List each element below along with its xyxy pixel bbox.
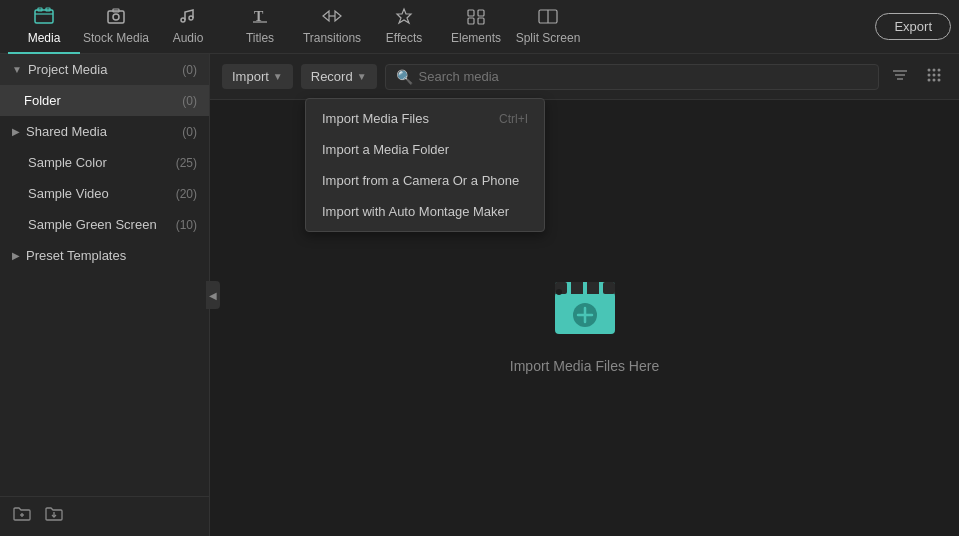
- sidebar-bottom-bar: [0, 496, 209, 536]
- content-area: Import ▼ Record ▼ 🔍: [210, 54, 959, 536]
- svg-rect-12: [468, 10, 474, 16]
- new-folder-icon[interactable]: [12, 505, 32, 528]
- nav-label-audio: Audio: [173, 31, 204, 45]
- svg-point-28: [933, 73, 936, 76]
- svg-point-8: [189, 16, 193, 20]
- svg-point-27: [928, 73, 931, 76]
- svg-rect-0: [35, 10, 53, 23]
- sidebar-item-folder[interactable]: Folder (0): [0, 85, 209, 116]
- import-media-folder-label: Import a Media Folder: [322, 142, 449, 157]
- elements-icon: [465, 7, 487, 28]
- nav-label-titles: Titles: [246, 31, 274, 45]
- expand-arrow-preset-templates: ▶: [12, 250, 20, 261]
- svg-point-7: [181, 18, 185, 22]
- sidebar-item-project-media[interactable]: ▼ Project Media (0): [0, 54, 209, 85]
- empty-content-label: Import Media Files Here: [510, 358, 659, 374]
- sidebar-count-sample-green-screen: (10): [176, 218, 197, 232]
- svg-point-5: [113, 14, 119, 20]
- nav-label-media: Media: [28, 31, 61, 45]
- main-area: ▼ Project Media (0) Folder (0) ▶ Shared …: [0, 54, 959, 536]
- svg-rect-14: [468, 18, 474, 24]
- sidebar-item-sample-video[interactable]: Sample Video (20): [0, 178, 209, 209]
- import-media-files-shortcut: Ctrl+I: [499, 112, 528, 126]
- svg-rect-41: [603, 282, 615, 294]
- svg-point-25: [933, 68, 936, 71]
- titles-icon: T: [250, 7, 270, 28]
- export-button[interactable]: Export: [875, 13, 951, 40]
- sidebar-label-preset-templates: Preset Templates: [26, 248, 126, 263]
- stock-media-icon: [106, 7, 126, 28]
- nav-item-stock-media[interactable]: Stock Media: [80, 0, 152, 54]
- record-label: Record: [311, 69, 353, 84]
- sidebar-label-shared-media: Shared Media: [26, 124, 107, 139]
- svg-point-30: [928, 78, 931, 81]
- svg-rect-40: [587, 282, 599, 294]
- search-icon: 🔍: [396, 69, 413, 85]
- effects-icon: [393, 7, 415, 28]
- svg-point-24: [928, 68, 931, 71]
- import-label: Import: [232, 69, 269, 84]
- dropdown-import-media-files[interactable]: Import Media Files Ctrl+I: [306, 103, 544, 134]
- svg-rect-39: [571, 282, 583, 294]
- clapperboard-icon: [545, 262, 625, 342]
- svg-point-31: [933, 78, 936, 81]
- sidebar-item-sample-green-screen[interactable]: Sample Green Screen (10): [0, 209, 209, 240]
- sidebar: ▼ Project Media (0) Folder (0) ▶ Shared …: [0, 54, 210, 536]
- search-box[interactable]: 🔍: [385, 64, 879, 90]
- sidebar-count-folder: (0): [182, 94, 197, 108]
- transitions-icon: [321, 7, 343, 28]
- sidebar-label-sample-green-screen: Sample Green Screen: [28, 217, 157, 232]
- import-auto-montage-label: Import with Auto Montage Maker: [322, 204, 509, 219]
- sidebar-label-folder: Folder: [24, 93, 61, 108]
- filter-button[interactable]: [887, 62, 913, 92]
- nav-label-stock-media: Stock Media: [83, 31, 149, 45]
- sidebar-label-sample-video: Sample Video: [28, 186, 109, 201]
- import-camera-phone-label: Import from a Camera Or a Phone: [322, 173, 519, 188]
- sidebar-count-sample-color: (25): [176, 156, 197, 170]
- nav-item-titles[interactable]: T Titles: [224, 0, 296, 54]
- svg-point-32: [938, 78, 941, 81]
- sidebar-item-shared-media[interactable]: ▶ Shared Media (0): [0, 116, 209, 147]
- svg-point-42: [556, 289, 562, 295]
- nav-label-split-screen: Split Screen: [516, 31, 581, 45]
- split-screen-icon: [537, 7, 559, 28]
- nav-item-media[interactable]: Media: [8, 0, 80, 54]
- expand-arrow-project-media: ▼: [12, 64, 22, 75]
- nav-item-effects[interactable]: Effects: [368, 0, 440, 54]
- search-input[interactable]: [419, 69, 868, 84]
- media-icon: [34, 7, 54, 28]
- record-button[interactable]: Record ▼: [301, 64, 377, 89]
- svg-rect-15: [478, 18, 484, 24]
- dropdown-import-media-folder[interactable]: Import a Media Folder: [306, 134, 544, 165]
- svg-rect-13: [478, 10, 484, 16]
- sidebar-label-project-media: Project Media: [28, 62, 107, 77]
- svg-point-26: [938, 68, 941, 71]
- svg-rect-4: [108, 11, 124, 23]
- toolbar: Import ▼ Record ▼ 🔍: [210, 54, 959, 100]
- sidebar-item-sample-color[interactable]: Sample Color (25): [0, 147, 209, 178]
- dropdown-import-auto-montage[interactable]: Import with Auto Montage Maker: [306, 196, 544, 227]
- nav-item-transitions[interactable]: Transitions: [296, 0, 368, 54]
- nav-item-elements[interactable]: Elements: [440, 0, 512, 54]
- sidebar-count-project-media: (0): [182, 63, 197, 77]
- import-dropdown-menu: Import Media Files Ctrl+I Import a Media…: [305, 98, 545, 232]
- import-caret-icon: ▼: [273, 71, 283, 82]
- top-nav: Media Stock Media Audio T T: [0, 0, 959, 54]
- grid-view-button[interactable]: [921, 62, 947, 92]
- record-caret-icon: ▼: [357, 71, 367, 82]
- audio-icon: [178, 7, 198, 28]
- sidebar-count-shared-media: (0): [182, 125, 197, 139]
- expand-arrow-shared-media: ▶: [12, 126, 20, 137]
- sidebar-collapse-handle[interactable]: ◀: [206, 281, 220, 309]
- import-media-files-label: Import Media Files: [322, 111, 429, 126]
- sidebar-label-sample-color: Sample Color: [28, 155, 107, 170]
- sidebar-count-sample-video: (20): [176, 187, 197, 201]
- nav-label-transitions: Transitions: [303, 31, 361, 45]
- import-folder-icon[interactable]: [44, 505, 64, 528]
- nav-label-elements: Elements: [451, 31, 501, 45]
- nav-item-audio[interactable]: Audio: [152, 0, 224, 54]
- dropdown-import-camera-phone[interactable]: Import from a Camera Or a Phone: [306, 165, 544, 196]
- nav-item-split-screen[interactable]: Split Screen: [512, 0, 584, 54]
- import-button[interactable]: Import ▼: [222, 64, 293, 89]
- sidebar-item-preset-templates[interactable]: ▶ Preset Templates: [0, 240, 209, 271]
